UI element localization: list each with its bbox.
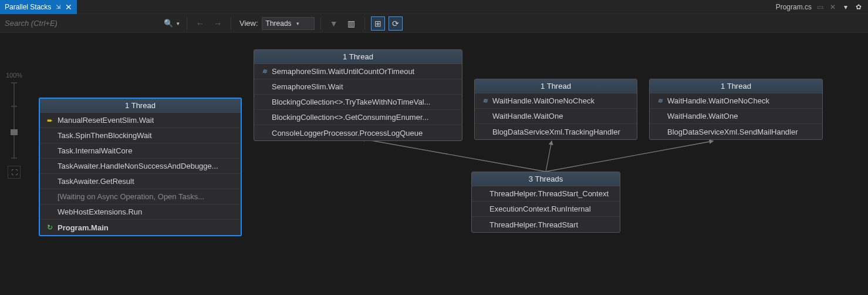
preview-icon[interactable]: ▭ (815, 2, 825, 12)
stack-frame[interactable]: ≋WaitHandle.WaitOneNoCheck (475, 93, 637, 109)
stack-frame[interactable]: TaskAwaiter.HandleNonSuccessAndDebugge..… (40, 159, 241, 174)
stack-header: 1 Thread (650, 79, 822, 93)
stack-frame[interactable]: TaskAwaiter.GetResult (40, 174, 241, 189)
stack-frame[interactable]: ExecutionContext.RunInternal (472, 202, 620, 217)
stack-frame[interactable]: ≋SemaphoreSlim.WaitUntilCountOrTimeout (254, 64, 462, 79)
svg-line-0 (361, 139, 546, 172)
stack-frame[interactable]: ThreadHelper.ThreadStart (472, 217, 620, 232)
stack-frame[interactable]: WaitHandle.WaitOne (475, 109, 637, 124)
tab-parallel-stacks[interactable]: Parallel Stacks ⇲ ✕ (0, 0, 77, 14)
close-doc-icon[interactable]: ✕ (828, 2, 837, 12)
chevron-down-icon[interactable]: ▾ (841, 2, 850, 12)
stack-frame[interactable]: BlogDataServiceXml.TrackingHandler (475, 124, 637, 139)
toolbar: 🔍 ▾ ← → View: Threads ▾ ▼ ▥ ⊞ ⟳ (0, 14, 868, 33)
pin-icon[interactable]: ⇲ (56, 4, 60, 10)
stack-header: 1 Thread (475, 79, 637, 93)
view-combo[interactable]: Threads ▾ (262, 17, 315, 30)
stack-header: 1 Thread (40, 99, 241, 113)
gear-icon[interactable]: ✿ (854, 2, 863, 12)
stack-frame[interactable]: Task.InternalWaitCore (40, 143, 241, 159)
entry-frame-icon: ↻ (47, 223, 53, 232)
zoom-track[interactable] (13, 82, 15, 159)
forward-button[interactable]: → (211, 16, 225, 31)
active-file-label: Program.cs (776, 3, 812, 11)
combo-value: Threads (266, 19, 292, 28)
stack-frame[interactable]: ↻Program.Main (40, 220, 241, 235)
stack-header: 3 Threads (472, 172, 620, 186)
stack-frame[interactable]: WebHostExtensions.Run (40, 205, 241, 220)
thread-wave-icon: ≋ (262, 68, 267, 75)
stack-frame[interactable]: BlockingCollection<>.TryTakeWithNoTimeVa… (254, 95, 462, 110)
stack-frame[interactable]: BlogDataServiceXml.SendMailHandler (650, 124, 822, 139)
title-bar: Parallel Stacks ⇲ ✕ Program.cs ▭ ✕ ▾ ✿ (0, 0, 868, 14)
search-icon[interactable]: 🔍 (161, 19, 175, 28)
stack-frame[interactable]: WaitHandle.WaitOne (650, 109, 822, 124)
chevron-down-icon: ▾ (296, 21, 299, 26)
stack-frame[interactable]: [Waiting on Async Operation, Open Tasks.… (40, 189, 241, 205)
tab-title: Parallel Stacks (5, 3, 51, 11)
search-input[interactable] (5, 16, 161, 30)
view-label: View: (239, 19, 258, 28)
thread-wave-icon: ≋ (482, 97, 488, 105)
filter-icon[interactable]: ▼ (327, 16, 341, 31)
search-dropdown-icon[interactable]: ▾ (175, 21, 181, 26)
stack-wait-sendmail[interactable]: 1 Thread ≋WaitHandle.WaitOneNoCheck Wait… (649, 79, 823, 140)
stack-frame[interactable]: ➨ManualResetEventSlim.Wait (40, 113, 241, 128)
divider (364, 18, 365, 29)
current-frame-icon: ➨ (47, 116, 53, 125)
stack-frame[interactable]: BlockingCollection<>.GetConsumingEnumer.… (254, 110, 462, 125)
svg-line-1 (546, 141, 552, 172)
zoom-slider[interactable]: 100% ⛶ (5, 72, 23, 179)
stack-frame[interactable]: Task.SpinThenBlockingWait (40, 128, 241, 143)
thread-wave-icon: ≋ (657, 97, 663, 105)
zoom-thumb[interactable] (11, 129, 18, 135)
stack-frame[interactable]: SemaphoreSlim.Wait (254, 79, 462, 95)
stack-three-threads[interactable]: 3 Threads ThreadHelper.ThreadStart_Conte… (471, 172, 620, 233)
stack-wait-tracking[interactable]: 1 Thread ≋WaitHandle.WaitOneNoCheck Wait… (474, 79, 637, 140)
stack-frame[interactable]: ≋WaitHandle.WaitOneNoCheck (650, 93, 822, 109)
auto-scroll-button[interactable]: ⟳ (389, 16, 403, 31)
toggle-method-view-button[interactable]: ⊞ (371, 16, 385, 31)
divider (187, 18, 187, 29)
zoom-fit-button[interactable]: ⛶ (8, 166, 21, 179)
threads-icon[interactable]: ▥ (345, 16, 359, 31)
search-wrap: 🔍 ▾ (5, 16, 181, 30)
divider (231, 18, 231, 29)
divider (320, 18, 321, 29)
stack-header: 1 Thread (254, 50, 462, 64)
back-button[interactable]: ← (193, 16, 207, 31)
stack-main[interactable]: 1 Thread ➨ManualResetEventSlim.Wait Task… (39, 98, 242, 236)
stacks-canvas[interactable]: 100% ⛶ 1 Thread ➨ManualResetEventSlim.Wa… (0, 33, 868, 295)
close-icon[interactable]: ✕ (65, 3, 72, 11)
stack-frame[interactable]: ConsoleLoggerProcessor.ProcessLogQueue (254, 125, 462, 140)
stack-frame[interactable]: ThreadHelper.ThreadStart_Context (472, 186, 620, 202)
zoom-label: 100% (6, 72, 22, 79)
stack-semaphore[interactable]: 1 Thread ≋SemaphoreSlim.WaitUntilCountOr… (254, 49, 462, 141)
svg-line-2 (546, 141, 713, 172)
